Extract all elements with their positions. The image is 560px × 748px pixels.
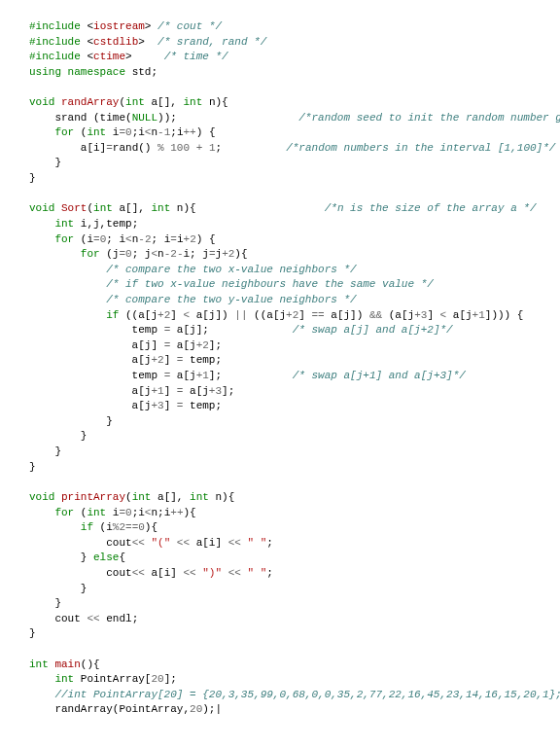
code-line: cout<< "(" << a[i] << " ";	[29, 536, 531, 552]
page-number: 2	[29, 743, 531, 748]
code-line: if (i%2==0){	[29, 520, 531, 536]
code-line: }	[29, 171, 531, 187]
code-line: void Sort(int a[], int n){ /*n is the si…	[29, 201, 531, 217]
code-line: void printArray(int a[], int n){	[29, 490, 531, 506]
code-line	[29, 475, 531, 490]
code-line: a[j+1] = a[j+3];	[29, 384, 531, 400]
code-line: /* compare the two x-value neighbors */	[29, 263, 531, 278]
code-line: temp = a[j+1]; /* swap a[j+1] and a[j+3]…	[29, 369, 531, 384]
code-line: a[i]=rand() % 100 + 1; /*random numbers …	[29, 141, 531, 157]
code-line: for (i=0; i<n-2; i=i+2) {	[29, 232, 531, 248]
code-line: cout << endl;	[29, 612, 531, 627]
code-line	[29, 80, 531, 95]
code-line: }	[29, 156, 531, 171]
code-line: randArray(PointArray,20);|	[29, 702, 531, 718]
code-line: for (int i=0;i<n-1;i++) {	[29, 125, 531, 141]
code-line: for (j=0; j<n-2-i; j=j+2){	[29, 247, 531, 263]
code-line: cout<< a[i] << ")" << " ";	[29, 566, 531, 582]
code-line: /* if two x-value neighbours have the sa…	[29, 277, 531, 293]
code-line: #include <iostream> /* cout */	[29, 19, 531, 35]
code-line: int i,j,temp;	[29, 217, 531, 232]
code-line: srand (time(NULL)); /*random seed to ini…	[29, 111, 531, 126]
code-line: }	[29, 460, 531, 476]
code-line: #include <cstdlib> /* srand, rand */	[29, 35, 531, 51]
code-line: a[j] = a[j+2];	[29, 338, 531, 354]
code-line: }	[29, 626, 531, 642]
code-line: } else{	[29, 551, 531, 566]
code-line: a[j+3] = temp;	[29, 399, 531, 414]
code-line: }	[29, 596, 531, 612]
code-line: #include <ctime> /* time */	[29, 50, 531, 65]
code-line: for (int i=0;i<n;i++){	[29, 506, 531, 521]
code-line: }	[29, 445, 531, 460]
code-line: }	[29, 429, 531, 445]
code-listing: #include <iostream> /* cout */#include <…	[29, 19, 531, 718]
code-line: int main(){	[29, 658, 531, 673]
code-line: void randArray(int a[], int n){	[29, 95, 531, 111]
code-line: /* compare the two y-value neighbors */	[29, 293, 531, 308]
code-line: int PointArray[20];	[29, 672, 531, 688]
code-line: if ((a[j+2] < a[j]) || ((a[j+2] == a[j])…	[29, 308, 531, 324]
code-line: temp = a[j]; /* swap a[j] and a[j+2]*/	[29, 323, 531, 338]
code-line	[29, 187, 531, 202]
code-line: }	[29, 414, 531, 430]
code-line	[29, 642, 531, 658]
code-line: using namespace std;	[29, 65, 531, 81]
code-line: a[j+2] = temp;	[29, 353, 531, 369]
code-line: //int PointArray[20] = {20,3,35,99,0,68,…	[29, 688, 531, 703]
code-line: }	[29, 582, 531, 597]
